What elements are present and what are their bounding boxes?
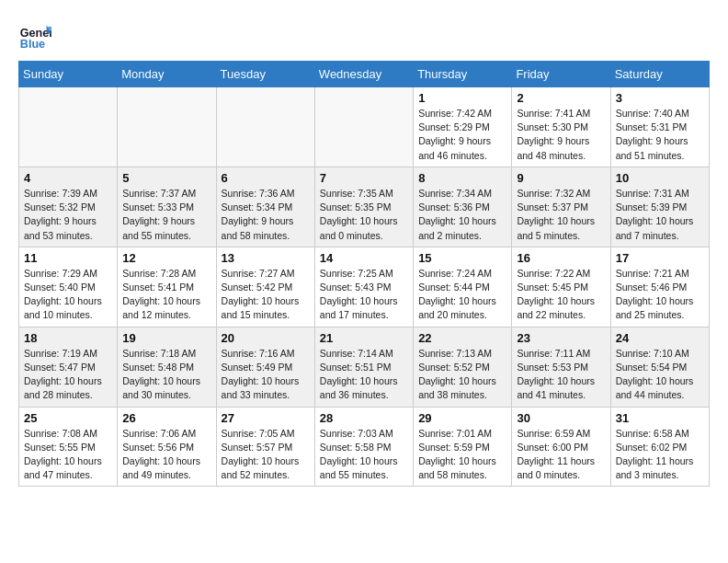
weekday-header-saturday: Saturday xyxy=(610,62,709,87)
calendar-cell: 30Sunrise: 6:59 AM Sunset: 6:00 PM Dayli… xyxy=(512,407,610,487)
calendar-cell: 16Sunrise: 7:22 AM Sunset: 5:45 PM Dayli… xyxy=(512,247,610,327)
day-info: Sunrise: 7:41 AM Sunset: 5:30 PM Dayligh… xyxy=(517,107,605,163)
calendar-cell: 22Sunrise: 7:13 AM Sunset: 5:52 PM Dayli… xyxy=(414,327,512,407)
logo: General Blue xyxy=(18,18,55,52)
logo-icon: General Blue xyxy=(18,18,51,52)
day-number: 16 xyxy=(517,251,605,265)
day-number: 27 xyxy=(222,411,310,425)
day-info: Sunrise: 7:21 AM Sunset: 5:46 PM Dayligh… xyxy=(616,267,704,323)
day-info: Sunrise: 6:59 AM Sunset: 6:00 PM Dayligh… xyxy=(517,427,605,483)
day-number: 4 xyxy=(24,171,112,185)
day-number: 1 xyxy=(418,91,506,105)
calendar-cell: 15Sunrise: 7:24 AM Sunset: 5:44 PM Dayli… xyxy=(414,247,512,327)
day-number: 2 xyxy=(517,91,605,105)
day-info: Sunrise: 7:01 AM Sunset: 5:59 PM Dayligh… xyxy=(418,427,506,483)
day-number: 24 xyxy=(616,331,704,345)
calendar-cell: 1Sunrise: 7:42 AM Sunset: 5:29 PM Daylig… xyxy=(414,87,512,167)
calendar: SundayMondayTuesdayWednesdayThursdayFrid… xyxy=(18,61,710,487)
calendar-week-2: 4Sunrise: 7:39 AM Sunset: 5:32 PM Daylig… xyxy=(19,167,710,247)
day-number: 12 xyxy=(122,251,210,265)
calendar-header-row: SundayMondayTuesdayWednesdayThursdayFrid… xyxy=(19,62,710,87)
calendar-cell: 18Sunrise: 7:19 AM Sunset: 5:47 PM Dayli… xyxy=(19,327,118,407)
calendar-cell: 6Sunrise: 7:36 AM Sunset: 5:34 PM Daylig… xyxy=(216,167,314,247)
day-info: Sunrise: 7:31 AM Sunset: 5:39 PM Dayligh… xyxy=(616,187,704,243)
calendar-cell: 26Sunrise: 7:06 AM Sunset: 5:56 PM Dayli… xyxy=(118,407,216,487)
day-info: Sunrise: 7:40 AM Sunset: 5:31 PM Dayligh… xyxy=(616,107,704,163)
day-info: Sunrise: 7:27 AM Sunset: 5:42 PM Dayligh… xyxy=(222,267,310,323)
day-info: Sunrise: 7:25 AM Sunset: 5:43 PM Dayligh… xyxy=(320,267,408,323)
weekday-header-thursday: Thursday xyxy=(414,62,512,87)
day-number: 13 xyxy=(222,251,310,265)
day-number: 26 xyxy=(122,411,210,425)
day-info: Sunrise: 7:19 AM Sunset: 5:47 PM Dayligh… xyxy=(24,347,112,403)
svg-text:Blue: Blue xyxy=(20,38,45,51)
calendar-cell: 27Sunrise: 7:05 AM Sunset: 5:57 PM Dayli… xyxy=(216,407,314,487)
calendar-cell xyxy=(118,87,216,167)
calendar-cell: 11Sunrise: 7:29 AM Sunset: 5:40 PM Dayli… xyxy=(19,247,118,327)
calendar-cell: 17Sunrise: 7:21 AM Sunset: 5:46 PM Dayli… xyxy=(610,247,709,327)
day-info: Sunrise: 6:58 AM Sunset: 6:02 PM Dayligh… xyxy=(616,427,704,483)
calendar-cell: 12Sunrise: 7:28 AM Sunset: 5:41 PM Dayli… xyxy=(118,247,216,327)
weekday-header-monday: Monday xyxy=(118,62,216,87)
calendar-cell: 8Sunrise: 7:34 AM Sunset: 5:36 PM Daylig… xyxy=(414,167,512,247)
day-number: 18 xyxy=(24,331,112,345)
day-info: Sunrise: 7:34 AM Sunset: 5:36 PM Dayligh… xyxy=(418,187,506,243)
calendar-cell: 20Sunrise: 7:16 AM Sunset: 5:49 PM Dayli… xyxy=(216,327,314,407)
day-info: Sunrise: 7:03 AM Sunset: 5:58 PM Dayligh… xyxy=(320,427,408,483)
weekday-header-friday: Friday xyxy=(512,62,610,87)
day-info: Sunrise: 7:11 AM Sunset: 5:53 PM Dayligh… xyxy=(517,347,605,403)
day-number: 21 xyxy=(320,331,408,345)
weekday-header-wednesday: Wednesday xyxy=(314,62,413,87)
day-info: Sunrise: 7:42 AM Sunset: 5:29 PM Dayligh… xyxy=(418,107,506,163)
day-number: 6 xyxy=(222,171,310,185)
day-number: 31 xyxy=(616,411,704,425)
calendar-week-1: 1Sunrise: 7:42 AM Sunset: 5:29 PM Daylig… xyxy=(19,87,710,167)
day-info: Sunrise: 7:08 AM Sunset: 5:55 PM Dayligh… xyxy=(24,427,112,483)
calendar-cell: 21Sunrise: 7:14 AM Sunset: 5:51 PM Dayli… xyxy=(314,327,413,407)
calendar-cell: 4Sunrise: 7:39 AM Sunset: 5:32 PM Daylig… xyxy=(19,167,118,247)
day-info: Sunrise: 7:13 AM Sunset: 5:52 PM Dayligh… xyxy=(418,347,506,403)
calendar-cell: 13Sunrise: 7:27 AM Sunset: 5:42 PM Dayli… xyxy=(216,247,314,327)
day-info: Sunrise: 7:16 AM Sunset: 5:49 PM Dayligh… xyxy=(222,347,310,403)
day-number: 7 xyxy=(320,171,408,185)
weekday-header-sunday: Sunday xyxy=(19,62,118,87)
day-number: 5 xyxy=(122,171,210,185)
day-info: Sunrise: 7:05 AM Sunset: 5:57 PM Dayligh… xyxy=(222,427,310,483)
weekday-header-tuesday: Tuesday xyxy=(216,62,314,87)
day-number: 22 xyxy=(418,331,506,345)
day-info: Sunrise: 7:28 AM Sunset: 5:41 PM Dayligh… xyxy=(122,267,210,323)
day-number: 20 xyxy=(222,331,310,345)
day-info: Sunrise: 7:29 AM Sunset: 5:40 PM Dayligh… xyxy=(24,267,112,323)
day-info: Sunrise: 7:36 AM Sunset: 5:34 PM Dayligh… xyxy=(222,187,310,243)
calendar-cell: 25Sunrise: 7:08 AM Sunset: 5:55 PM Dayli… xyxy=(19,407,118,487)
calendar-cell: 31Sunrise: 6:58 AM Sunset: 6:02 PM Dayli… xyxy=(610,407,709,487)
day-number: 11 xyxy=(24,251,112,265)
day-number: 14 xyxy=(320,251,408,265)
calendar-cell: 10Sunrise: 7:31 AM Sunset: 5:39 PM Dayli… xyxy=(610,167,709,247)
day-info: Sunrise: 7:18 AM Sunset: 5:48 PM Dayligh… xyxy=(122,347,210,403)
calendar-week-3: 11Sunrise: 7:29 AM Sunset: 5:40 PM Dayli… xyxy=(19,247,710,327)
calendar-cell: 28Sunrise: 7:03 AM Sunset: 5:58 PM Dayli… xyxy=(314,407,413,487)
day-number: 23 xyxy=(517,331,605,345)
day-number: 29 xyxy=(418,411,506,425)
day-number: 19 xyxy=(122,331,210,345)
calendar-cell: 5Sunrise: 7:37 AM Sunset: 5:33 PM Daylig… xyxy=(118,167,216,247)
calendar-cell: 23Sunrise: 7:11 AM Sunset: 5:53 PM Dayli… xyxy=(512,327,610,407)
day-number: 3 xyxy=(616,91,704,105)
calendar-cell: 29Sunrise: 7:01 AM Sunset: 5:59 PM Dayli… xyxy=(414,407,512,487)
day-info: Sunrise: 7:14 AM Sunset: 5:51 PM Dayligh… xyxy=(320,347,408,403)
day-number: 8 xyxy=(418,171,506,185)
day-info: Sunrise: 7:10 AM Sunset: 5:54 PM Dayligh… xyxy=(616,347,704,403)
day-info: Sunrise: 7:22 AM Sunset: 5:45 PM Dayligh… xyxy=(517,267,605,323)
calendar-cell: 7Sunrise: 7:35 AM Sunset: 5:35 PM Daylig… xyxy=(314,167,413,247)
day-number: 10 xyxy=(616,171,704,185)
calendar-week-5: 25Sunrise: 7:08 AM Sunset: 5:55 PM Dayli… xyxy=(19,407,710,487)
page-header: General Blue xyxy=(18,18,710,52)
day-info: Sunrise: 7:24 AM Sunset: 5:44 PM Dayligh… xyxy=(418,267,506,323)
day-info: Sunrise: 7:35 AM Sunset: 5:35 PM Dayligh… xyxy=(320,187,408,243)
calendar-cell xyxy=(314,87,413,167)
day-info: Sunrise: 7:37 AM Sunset: 5:33 PM Dayligh… xyxy=(122,187,210,243)
day-info: Sunrise: 7:32 AM Sunset: 5:37 PM Dayligh… xyxy=(517,187,605,243)
day-info: Sunrise: 7:06 AM Sunset: 5:56 PM Dayligh… xyxy=(122,427,210,483)
day-number: 15 xyxy=(418,251,506,265)
